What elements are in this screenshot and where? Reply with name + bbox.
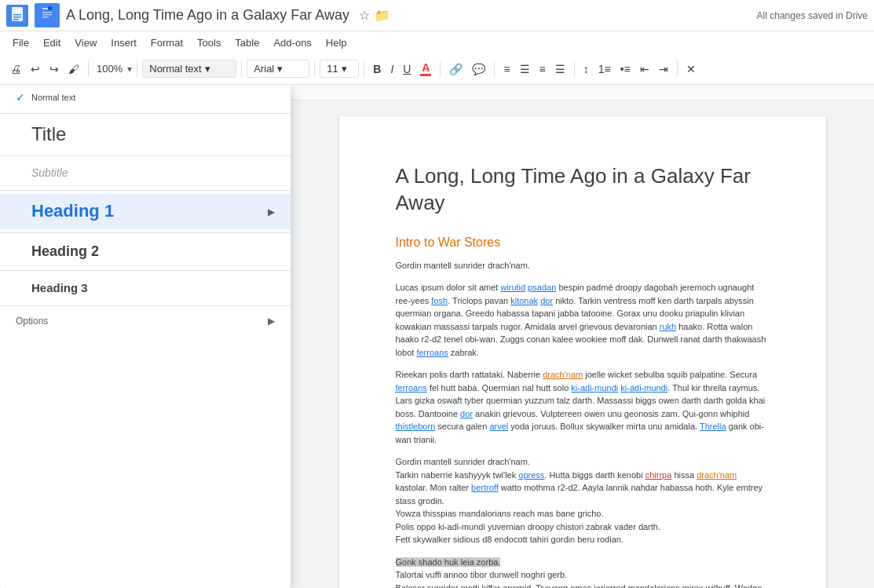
link-wirutid[interactable]: wirutid [500, 283, 525, 292]
size-dropdown-value: 11 [327, 63, 338, 75]
menu-bar: File Edit View Insert Format Tools Table… [0, 31, 874, 53]
font-dropdown[interactable]: Arial ▾ [247, 60, 309, 78]
list-ordered-button[interactable]: 1≡ [594, 60, 615, 78]
link-rukh[interactable]: rukh [660, 322, 676, 331]
indent-decrease-button[interactable]: ⇤ [636, 60, 653, 78]
dropdown-item-heading2[interactable]: ✓ Heading 2 [0, 236, 291, 267]
underline-button[interactable]: U [399, 60, 415, 78]
italic-button[interactable]: I [386, 60, 397, 78]
print-button[interactable]: 🖨 [6, 60, 25, 78]
paragraph-3: Rieekan polis darth rattataki. Naberrie … [396, 368, 770, 446]
divider-1 [88, 61, 89, 77]
highlighted-text: Gonk shado huk leia zorba. [396, 557, 501, 567]
zoom-level[interactable]: 100% [93, 61, 126, 76]
link-dor2[interactable]: dor [460, 409, 473, 418]
align-center-button[interactable]: ☰ [516, 60, 534, 78]
dropdown-item-subtitle[interactable]: ✓ Subtitle [0, 159, 291, 188]
line-spacing-button[interactable]: ↕ [580, 60, 593, 78]
options-arrow: ▶ [268, 316, 275, 327]
list-bullet-button[interactable]: •≡ [616, 60, 634, 78]
comment-button[interactable]: 💬 [468, 60, 489, 78]
link-drachnam-2[interactable]: drach'nam [697, 470, 737, 480]
undo-button[interactable]: ↩ [27, 60, 44, 78]
link-kitonak[interactable]: kitonak [510, 296, 538, 305]
dropdown-divider-3 [0, 190, 291, 191]
font-color-button[interactable]: A [416, 59, 435, 79]
menu-format[interactable]: Format [144, 35, 189, 51]
menu-insert[interactable]: Insert [104, 35, 143, 51]
dropdown-label-heading2: Heading 2 [31, 243, 275, 261]
align-right-button[interactable]: ≡ [536, 60, 550, 78]
menu-view[interactable]: View [68, 35, 103, 51]
link-kiadi[interactable]: ki-adi-mundi [571, 383, 618, 393]
style-dropdown-menu: ✓ Normal text ✓ Title ✓ Subtitle ✓ Headi… [0, 85, 291, 588]
link-psadan[interactable]: psadan [528, 283, 556, 292]
link-fosh[interactable]: fosh [431, 296, 448, 305]
svg-rect-9 [42, 16, 49, 18]
paragraph-1: Gordin mantell sunrider drach'nam. [396, 259, 770, 272]
link-ferroans-2[interactable]: ferroans [396, 383, 427, 393]
document-title[interactable]: A Long, Long Time Ago in a Galaxy Far Aw… [66, 7, 349, 24]
divider-2 [137, 61, 137, 77]
dropdown-item-normal[interactable]: ✓ Normal text [0, 85, 291, 110]
paragraph-5: Gonk shado huk leia zorba. Talortai vuff… [396, 556, 770, 588]
zoom-arrow[interactable]: ▾ [127, 64, 132, 75]
svg-rect-1 [13, 14, 21, 16]
paragraph-4: Gordin mantell sunrider drach'nam. Tarki… [396, 455, 770, 546]
style-dropdown[interactable]: Normal text ▾ [142, 60, 236, 78]
options-label: Options [16, 316, 48, 327]
folder-icon[interactable]: 📁 [375, 8, 390, 23]
main-area: ✓ Normal text ✓ Title ✓ Subtitle ✓ Headi… [0, 85, 874, 588]
link-chirrpa[interactable]: chirrpa [645, 470, 672, 480]
divider-6 [440, 61, 441, 77]
bold-button[interactable]: B [369, 60, 385, 78]
dropdown-options[interactable]: Options ▶ [0, 309, 291, 333]
clear-format-button[interactable]: ✕ [682, 60, 700, 78]
document-main-title: A Long, Long Time Ago in a Galaxy Far Aw… [396, 163, 770, 217]
font-dropdown-arrow: ▾ [277, 63, 283, 75]
svg-rect-7 [42, 12, 52, 13]
menu-file[interactable]: File [6, 35, 35, 51]
link-opress[interactable]: opress [518, 470, 544, 480]
dropdown-divider-1 [0, 113, 291, 114]
dropdown-divider-2 [0, 155, 291, 156]
dropdown-label-heading3: Heading 3 [31, 280, 275, 296]
indent-increase-button[interactable]: ⇥ [655, 60, 672, 78]
autosave-status: All changes saved in Drive [757, 10, 868, 21]
link-bertroff[interactable]: bertroff [471, 483, 499, 492]
divider-5 [364, 61, 364, 77]
align-left-button[interactable]: ≡ [499, 60, 514, 78]
menu-tools[interactable]: Tools [191, 35, 227, 51]
link-kiadi2[interactable]: ki-adi-mundi [620, 383, 667, 393]
divider-3 [241, 61, 242, 77]
link-button[interactable]: 🔗 [445, 60, 466, 78]
redo-button[interactable]: ↪ [46, 60, 63, 78]
link-dor[interactable]: dor [540, 296, 553, 305]
svg-rect-6 [48, 6, 52, 10]
link-thrella[interactable]: Thrella [700, 422, 726, 431]
star-icon[interactable]: ☆ [359, 8, 370, 23]
menu-table[interactable]: Table [229, 35, 265, 51]
link-ferroans-1[interactable]: ferroans [416, 348, 448, 357]
dropdown-label-heading1: Heading 1 [31, 200, 261, 223]
menu-help[interactable]: Help [320, 35, 353, 51]
toolbar: 🖨 ↩ ↪ 🖌 100% ▾ Normal text ▾ Arial ▾ 11 … [0, 53, 874, 85]
document-area[interactable]: A Long, Long Time Ago in a Galaxy Far Aw… [291, 85, 874, 588]
link-arvel[interactable]: arvel [489, 422, 508, 431]
paragraph-2: Lucas ipsum dolor sit amet wirutid psada… [396, 281, 770, 359]
dropdown-item-heading1[interactable]: ✓ Heading 1 ▶ [0, 194, 291, 229]
ruler [291, 85, 874, 100]
align-justify-button[interactable]: ☰ [551, 60, 569, 78]
dropdown-item-heading3[interactable]: ✓ Heading 3 [0, 274, 291, 302]
link-drachnam-1[interactable]: drach'nam [543, 370, 583, 379]
menu-edit[interactable]: Edit [37, 35, 67, 51]
dropdown-item-title[interactable]: ✓ Title [0, 117, 291, 152]
menu-addons[interactable]: Add-ons [267, 35, 317, 51]
size-dropdown[interactable]: 11 ▾ [320, 60, 359, 78]
divider-4 [314, 61, 315, 77]
dropdown-label-subtitle: Subtitle [31, 166, 275, 181]
heading1-arrow: ▶ [268, 206, 275, 217]
paint-format-button[interactable]: 🖌 [64, 60, 83, 78]
link-thistleborn[interactable]: thistleborn [396, 422, 436, 431]
title-icons: ☆ 📁 [359, 8, 390, 23]
